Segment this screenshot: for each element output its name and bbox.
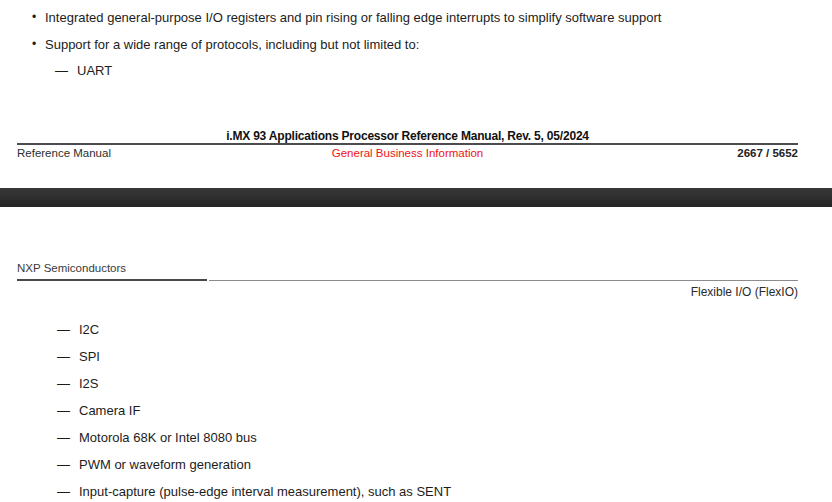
bullet-marker: • — [32, 10, 45, 25]
protocol-label: I2S — [79, 376, 99, 391]
protocol-label: PWM or waveform generation — [79, 457, 251, 472]
protocol-label: Input-capture (pulse-edge interval measu… — [79, 484, 451, 499]
bullet-text: Integrated general-purpose I/O registers… — [45, 10, 661, 25]
protocol-label: I2C — [79, 322, 99, 337]
protocol-item-input-capture: — Input-capture (pulse-edge interval mea… — [57, 484, 451, 499]
protocol-item-motorola-intel-bus: — Motorola 68K or Intel 8080 bus — [57, 430, 257, 445]
protocol-label: SPI — [79, 349, 100, 364]
dash-marker: — — [57, 376, 70, 391]
dash-marker: — — [57, 484, 70, 499]
dash-marker: — — [57, 457, 70, 472]
header-divider-line-thin — [209, 280, 798, 281]
footer-divider-line — [17, 143, 798, 145]
page-separator-band — [0, 188, 832, 207]
bullet-text: Support for a wide range of protocols, i… — [45, 37, 419, 52]
footer-classification-stamp: General Business Information — [17, 147, 798, 159]
dash-marker: — — [57, 403, 70, 418]
dash-marker: — — [57, 349, 70, 364]
page-header-company: NXP Semiconductors — [17, 262, 126, 274]
protocol-item-spi: — SPI — [57, 349, 100, 364]
header-divider-line-thick — [17, 279, 207, 281]
protocol-label: UART — [77, 63, 112, 78]
bullet-item-io-registers: • Integrated general-purpose I/O registe… — [32, 10, 661, 25]
protocol-label: Camera IF — [79, 403, 140, 418]
page-header-chapter-title: Flexible I/O (FlexIO) — [17, 285, 798, 299]
dash-marker: — — [57, 430, 70, 445]
dash-marker: — — [57, 322, 70, 337]
protocol-item-pwm: — PWM or waveform generation — [57, 457, 251, 472]
pdf-document-view: { "markers": { "bullet": "•", "dash": "—… — [0, 0, 832, 502]
manual-title-footer: i.MX 93 Applications Processor Reference… — [17, 129, 798, 143]
protocol-item-uart: — UART — [55, 63, 112, 78]
dash-marker: — — [55, 63, 68, 78]
protocol-item-i2c: — I2C — [57, 322, 99, 337]
protocol-item-camera-if: — Camera IF — [57, 403, 140, 418]
page-footer: Reference Manual General Business Inform… — [17, 147, 798, 159]
bullet-item-protocol-support: • Support for a wide range of protocols,… — [32, 37, 419, 52]
bullet-marker: • — [32, 37, 45, 52]
protocol-label: Motorola 68K or Intel 8080 bus — [79, 430, 257, 445]
protocol-item-i2s: — I2S — [57, 376, 99, 391]
